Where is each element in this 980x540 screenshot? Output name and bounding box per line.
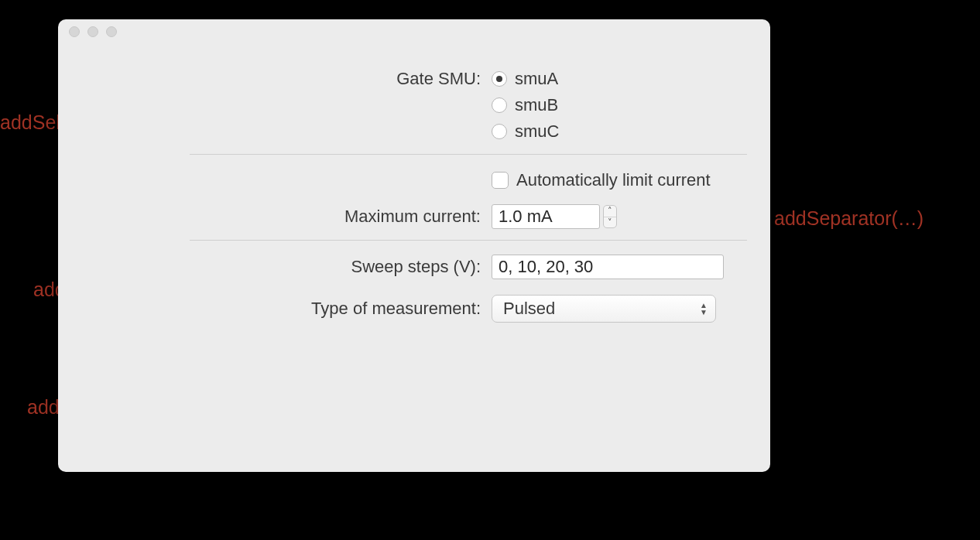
- separator: [190, 240, 747, 241]
- auto-limit-label: Automatically limit current: [516, 169, 711, 192]
- chevron-down-icon[interactable]: ˅: [604, 217, 616, 228]
- meas-type-value: Pulsed: [503, 299, 555, 319]
- gate-smu-options: smuA smuB smuC: [492, 67, 739, 143]
- close-button[interactable]: [69, 26, 80, 37]
- radio-icon: [492, 124, 507, 139]
- meas-type-row: Type of measurement: Pulsed ▲▼: [58, 295, 739, 323]
- chevron-up-icon[interactable]: ˄: [604, 206, 616, 217]
- checkbox-icon: [492, 172, 509, 189]
- gate-smu-option-smuB[interactable]: smuB: [492, 94, 739, 117]
- auto-limit-row: Automatically limit current: [58, 169, 739, 192]
- updown-icon: ▲▼: [700, 302, 708, 316]
- sweep-steps-label: Sweep steps (V):: [58, 255, 492, 279]
- radio-icon: [492, 71, 507, 87]
- gate-smu-label: Gate SMU:: [58, 67, 492, 91]
- max-current-label: Maximum current:: [58, 205, 492, 228]
- gate-smu-option-smuA[interactable]: smuA: [492, 67, 739, 91]
- annot-separator: addSeparator(…): [774, 207, 923, 230]
- meas-type-label: Type of measurement:: [58, 297, 492, 320]
- max-current-spinbox: ˄ ˅: [492, 204, 617, 229]
- gate-smu-option-label: smuB: [515, 94, 558, 117]
- sweep-steps-row: Sweep steps (V):: [58, 255, 739, 279]
- minimize-button[interactable]: [87, 26, 98, 37]
- auto-limit-checkbox[interactable]: Automatically limit current: [492, 169, 711, 192]
- settings-window: Gate SMU: smuA smuB smuC: [58, 19, 770, 472]
- radio-icon: [492, 97, 507, 113]
- titlebar: [58, 19, 770, 44]
- separator: [190, 154, 747, 155]
- max-current-row: Maximum current: ˄ ˅: [58, 204, 739, 229]
- gate-smu-row: Gate SMU: smuA smuB smuC: [58, 67, 739, 143]
- max-current-stepper[interactable]: ˄ ˅: [603, 205, 617, 228]
- form: Gate SMU: smuA smuB smuC: [58, 44, 770, 323]
- gate-smu-option-label: smuA: [515, 67, 558, 91]
- gate-smu-option-smuC[interactable]: smuC: [492, 120, 739, 143]
- meas-type-select[interactable]: Pulsed ▲▼: [492, 295, 716, 323]
- max-current-input[interactable]: [492, 204, 600, 229]
- sweep-steps-input[interactable]: [492, 255, 724, 279]
- gate-smu-option-label: smuC: [515, 120, 559, 143]
- zoom-button[interactable]: [106, 26, 117, 37]
